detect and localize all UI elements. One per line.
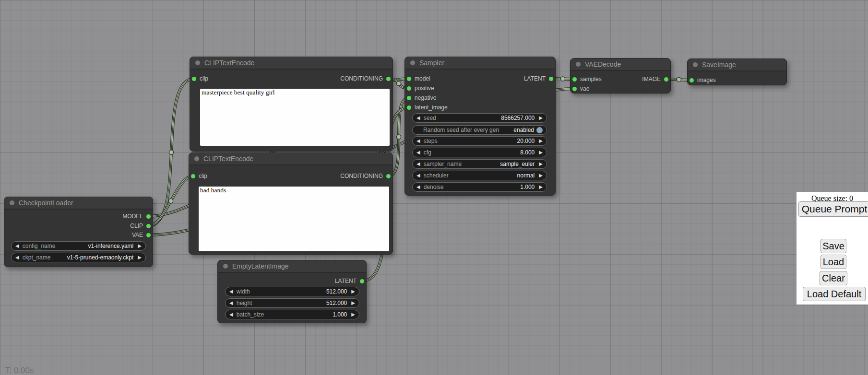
execution-timer: T: 0.00s	[5, 366, 34, 375]
widget-value: 8.000	[520, 149, 535, 156]
increment-arrow-icon[interactable]: ▶	[351, 312, 355, 317]
ckpt-name-widget[interactable]: ◀ ckpt_name v1-5-pruned-emaonly.ckpt ▶	[11, 253, 146, 262]
decrement-arrow-icon[interactable]: ◀	[416, 173, 420, 178]
vae-output-dot[interactable]	[146, 233, 151, 237]
input-port-model: model	[407, 75, 430, 82]
negative-prompt-textarea[interactable]: bad hands	[199, 187, 389, 251]
scheduler-widget[interactable]: ◀ scheduler normal ▶	[412, 171, 547, 180]
increment-arrow-icon[interactable]: ▶	[138, 255, 142, 260]
widget-value: 1.000	[333, 311, 347, 318]
decrement-arrow-icon[interactable]: ◀	[416, 185, 420, 189]
model-input-dot[interactable]	[407, 77, 411, 81]
node-sampler[interactable]: Sampler model positive negative latent_i…	[404, 57, 556, 196]
node-title-bar[interactable]: CLIPTextEncode	[189, 153, 392, 165]
increment-arrow-icon[interactable]: ▶	[539, 185, 543, 189]
increment-arrow-icon[interactable]: ▶	[539, 162, 543, 166]
node-checkpoint-loader[interactable]: CheckpointLoader MODEL CLIP VAE ◀ config…	[4, 197, 153, 267]
output-port-clip: CLIP	[130, 223, 151, 229]
node-clip-text-encode-negative[interactable]: CLIPTextEncode clip CONDITIONING bad han…	[189, 152, 393, 255]
positive-input-dot[interactable]	[407, 86, 411, 91]
queue-prompt-button[interactable]: Queue Prompt	[798, 201, 868, 217]
decrement-arrow-icon[interactable]: ◀	[416, 116, 420, 120]
decrement-arrow-icon[interactable]: ◀	[229, 312, 233, 317]
node-clip-text-encode-positive[interactable]: CLIPTextEncode clip CONDITIONING masterp…	[190, 57, 393, 152]
conditioning-output-dot[interactable]	[386, 174, 391, 178]
increment-arrow-icon[interactable]: ▶	[138, 244, 142, 248]
height-widget[interactable]: ◀ height 512.000 ▶	[225, 298, 359, 308]
node-title-bar[interactable]: Sampler	[405, 57, 555, 70]
node-collapse-dot-icon[interactable]	[410, 60, 415, 65]
save-button[interactable]: Save	[820, 239, 846, 253]
widget-value: v1-5-pruned-emaonly.ckpt	[67, 254, 134, 261]
node-title-bar[interactable]: CheckpointLoader	[4, 197, 153, 210]
widget-value: 512.000	[326, 300, 347, 306]
increment-arrow-icon[interactable]: ▶	[539, 116, 543, 120]
vae-input-dot[interactable]	[572, 87, 577, 91]
output-port-vae: VAE	[132, 232, 151, 238]
output-port-conditioning: CONDITIONING	[340, 75, 391, 82]
input-port-latent-image: latent_image	[407, 104, 448, 111]
samples-input-dot[interactable]	[572, 77, 577, 82]
clip-input-dot[interactable]	[191, 174, 195, 178]
widget-value: enabled	[513, 127, 534, 133]
input-port-vae: vae	[572, 85, 589, 92]
negative-input-dot[interactable]	[407, 96, 411, 100]
decrement-arrow-icon[interactable]: ◀	[416, 139, 420, 143]
latent-output-dot[interactable]	[549, 77, 553, 81]
node-save-image[interactable]: SaveImage images	[687, 59, 787, 85]
input-label: images	[697, 77, 716, 83]
conditioning-output-dot[interactable]	[386, 77, 391, 81]
steps-widget[interactable]: ◀ steps 20.000 ▶	[412, 136, 547, 146]
widget-label: height	[237, 300, 326, 306]
decrement-arrow-icon[interactable]: ◀	[416, 150, 420, 155]
node-title-bar[interactable]: EmptyLatentImage	[218, 260, 366, 273]
node-empty-latent-image[interactable]: EmptyLatentImage LATENT ◀ width 512.000 …	[217, 260, 367, 323]
decrement-arrow-icon[interactable]: ◀	[15, 255, 19, 260]
increment-arrow-icon[interactable]: ▶	[351, 289, 355, 294]
random-seed-toggle-widget[interactable]: Random seed after every gen enabled	[412, 125, 547, 135]
node-collapse-dot-icon[interactable]	[576, 62, 581, 67]
decrement-arrow-icon[interactable]: ◀	[416, 162, 420, 166]
config-name-widget[interactable]: ◀ config_name v1-inference.yaml ▶	[11, 241, 146, 251]
latent-image-input-dot[interactable]	[407, 105, 411, 110]
increment-arrow-icon[interactable]: ▶	[351, 301, 355, 305]
image-output-dot[interactable]	[664, 77, 668, 82]
node-collapse-dot-icon[interactable]	[693, 62, 698, 67]
sampler-name-widget[interactable]: ◀ sampler_name sample_euler ▶	[412, 159, 547, 169]
toggle-dot-icon[interactable]	[536, 127, 543, 133]
node-title-bar[interactable]: SaveImage	[688, 59, 786, 71]
node-title-bar[interactable]: CLIPTextEncode	[190, 57, 392, 70]
load-default-button[interactable]: Load Default	[803, 287, 866, 301]
node-graph-canvas[interactable]: T: 0.00s CheckpointLoader MODEL CLIP VAE…	[0, 0, 868, 375]
clear-button[interactable]: Clear	[820, 271, 847, 285]
increment-arrow-icon[interactable]: ▶	[539, 150, 543, 155]
denoise-widget[interactable]: ◀ denoise 1.000 ▶	[412, 182, 547, 192]
positive-prompt-textarea[interactable]: masterpiece best quality girl	[200, 89, 390, 146]
increment-arrow-icon[interactable]: ▶	[539, 173, 543, 178]
node-vae-decode[interactable]: VAEDecode samples vae IMAGE	[570, 58, 671, 94]
node-collapse-dot-icon[interactable]	[223, 264, 228, 269]
decrement-arrow-icon[interactable]: ◀	[15, 244, 19, 248]
seed-widget[interactable]: ◀ seed 8566257.000 ▶	[412, 113, 547, 123]
widget-value: 8566257.000	[501, 115, 535, 121]
clip-output-dot[interactable]	[146, 224, 151, 228]
images-input-dot[interactable]	[690, 78, 694, 82]
decrement-arrow-icon[interactable]: ◀	[229, 289, 233, 294]
decrement-arrow-icon[interactable]: ◀	[229, 301, 233, 305]
node-collapse-dot-icon[interactable]	[195, 60, 200, 65]
input-label: positive	[415, 85, 434, 92]
batch-size-widget[interactable]: ◀ batch_size 1.000 ▶	[225, 310, 359, 319]
widget-value: sample_euler	[500, 161, 535, 167]
node-collapse-dot-icon[interactable]	[194, 156, 199, 161]
node-title-bar[interactable]: VAEDecode	[571, 59, 670, 71]
cfg-widget[interactable]: ◀ cfg 8.000 ▶	[412, 148, 547, 157]
increment-arrow-icon[interactable]: ▶	[539, 139, 543, 143]
load-button[interactable]: Load	[820, 255, 846, 269]
width-widget[interactable]: ◀ width 512.000 ▶	[225, 287, 359, 296]
latent-output-dot[interactable]	[360, 279, 364, 283]
input-label: model	[415, 75, 430, 82]
model-output-dot[interactable]	[146, 214, 151, 219]
clip-input-dot[interactable]	[192, 77, 196, 81]
widget-value: 512.000	[326, 288, 347, 295]
node-collapse-dot-icon[interactable]	[10, 200, 14, 205]
